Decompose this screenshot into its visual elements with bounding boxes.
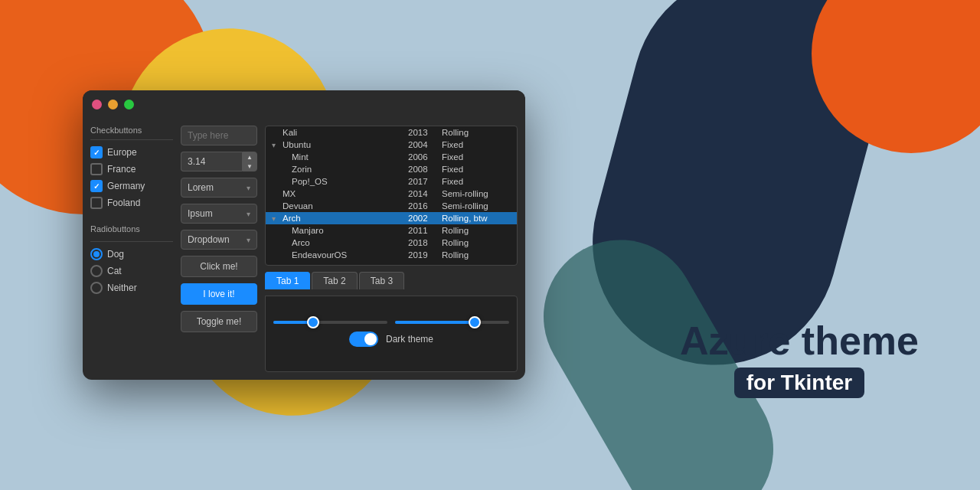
tab-content: Dark theme [265,296,518,372]
tree-name-pop: Pop!_OS [292,177,408,186]
tree-name-arco: Arco [292,238,408,247]
minimize-button[interactable] [108,100,118,109]
check-france-label: France [107,164,136,175]
radio-neither-label: Neither [107,283,137,293]
tkinter-subtitle: for Tkinter [734,368,864,398]
radio-neither[interactable]: Neither [90,282,173,294]
check-europe[interactable]: Europe [90,146,173,158]
tree-row-mx[interactable]: MX 2014 Semi-rolling [266,188,517,200]
sep2 [90,241,173,242]
tree-year-pop: 2017 [408,177,442,186]
text-input[interactable] [181,126,257,145]
tree-name-zorin: Zorin [292,165,408,174]
tree-year-arco: 2018 [408,238,442,247]
dark-theme-toggle[interactable] [349,332,378,347]
tab-3[interactable]: Tab 3 [359,272,404,289]
check-germany[interactable]: Germany [90,180,173,192]
dropdown-main-value: Dropdown [188,234,230,245]
radiobutton-neither[interactable] [90,282,103,294]
tab-1[interactable]: Tab 1 [265,272,310,289]
tree-year-ubuntu: 2004 [408,140,442,149]
right-panel: Kali 2013 Rolling ▾ Ubuntu 2004 Fixed Mi… [265,126,518,372]
tree-type-endeavour: Rolling [442,250,511,260]
sep1 [90,139,173,140]
tree-name-endeavour: EndeavourOS [292,250,408,260]
tree-row-kali[interactable]: Kali 2013 Rolling [266,126,517,139]
checkbox-germany[interactable] [90,180,103,192]
checkbox-france[interactable] [90,163,103,175]
tree-type-zorin: Fixed [442,165,511,174]
radio-dog-label: Dog [107,249,124,260]
dark-theme-label: Dark theme [386,334,433,345]
slider-1-thumb[interactable] [307,316,319,328]
tree-row-devuan[interactable]: Devuan 2016 Semi-rolling [266,200,517,212]
spin-down[interactable]: ▼ [243,162,256,171]
left-panel: Checkbuttons Europe France Germany Foola… [90,126,173,372]
tree-row-manjaro[interactable]: Manjaro 2011 Rolling [266,224,517,237]
tree-type-arch: Rolling, btw [442,214,511,223]
tree-year-mx: 2014 [408,189,442,198]
spin-input[interactable] [181,152,242,172]
check-france[interactable]: France [90,163,173,175]
checkbuttons-section: Checkbuttons Europe France Germany Foola… [90,126,173,214]
tree-year-zorin: 2008 [408,165,442,174]
tree-year-manjaro: 2011 [408,226,442,235]
tree-type-devuan: Semi-rolling [442,201,511,211]
expand-icon-arch: ▾ [272,214,283,223]
love-it-button[interactable]: I love it! [181,283,257,305]
dropdown-ipsum[interactable]: Ipsum ▾ [181,204,257,224]
check-germany-label: Germany [107,181,145,191]
window-content: Checkbuttons Europe France Germany Foola… [83,118,525,380]
dropdown-lorem-value: Lorem [188,182,214,193]
tree-year-kali: 2013 [408,128,442,137]
tree-name-ubuntu: Ubuntu [283,140,408,149]
spin-container: ▲ ▼ [181,152,257,172]
dropdown-main[interactable]: Dropdown ▾ [181,230,257,250]
tree-row-arco[interactable]: Arco 2018 Rolling [266,237,517,249]
azure-title: Azure theme [680,319,919,363]
radiobutton-dog[interactable] [90,248,103,260]
tree-year-mint: 2006 [408,152,442,162]
tree-view[interactable]: Kali 2013 Rolling ▾ Ubuntu 2004 Fixed Mi… [265,126,518,266]
check-europe-label: Europe [107,147,137,158]
title-bar [83,90,525,118]
slider-2-thumb[interactable] [469,316,481,328]
tree-row-zorin[interactable]: Zorin 2008 Fixed [266,163,517,175]
tab-2[interactable]: Tab 2 [312,272,357,289]
click-me-button[interactable]: Click me! [181,256,257,277]
tree-name-arch: Arch [283,214,408,223]
tree-year-arch: 2002 [408,214,442,223]
tree-row-ubuntu[interactable]: ▾ Ubuntu 2004 Fixed [266,139,517,151]
tree-row-pop[interactable]: Pop!_OS 2017 Fixed [266,175,517,188]
tree-row-arch[interactable]: ▾ Arch 2002 Rolling, btw [266,212,517,224]
tree-row-mint[interactable]: Mint 2006 Fixed [266,151,517,163]
chevron-down-icon2: ▾ [247,210,250,218]
radiobuttons-label: Radiobuttons [90,224,173,234]
close-button[interactable] [92,100,102,109]
radio-dog[interactable]: Dog [90,248,173,260]
chevron-down-icon3: ▾ [247,236,250,244]
checkbuttons-label: Checkbuttons [90,126,173,135]
toggle-me-button[interactable]: Toggle me! [181,311,257,332]
tree-type-arco: Rolling [442,238,511,247]
tree-name-manjaro: Manjaro [292,226,408,235]
checkbox-europe[interactable] [90,146,103,158]
toggle-row: Dark theme [349,332,433,347]
spin-up[interactable]: ▲ [243,152,256,162]
tabs-bar: Tab 1 Tab 2 Tab 3 [265,272,518,289]
maximize-button[interactable] [124,100,134,109]
slider-1-track[interactable] [273,321,387,324]
radio-cat-label: Cat [107,266,122,276]
tree-row-endeavour[interactable]: EndeavourOS 2019 Rolling [266,249,517,261]
tree-year-endeavour: 2019 [408,250,442,260]
app-window: Checkbuttons Europe France Germany Foola… [83,90,525,380]
tree-type-manjaro: Rolling [442,226,511,235]
radio-cat[interactable]: Cat [90,265,173,277]
expand-icon-ubuntu: ▾ [272,141,283,149]
dropdown-lorem[interactable]: Lorem ▾ [181,178,257,198]
radiobutton-cat[interactable] [90,265,103,277]
check-fooland[interactable]: Fooland [90,197,173,209]
tree-name-mint: Mint [292,152,408,162]
checkbox-fooland[interactable] [90,197,103,209]
slider-2-track[interactable] [395,321,509,324]
